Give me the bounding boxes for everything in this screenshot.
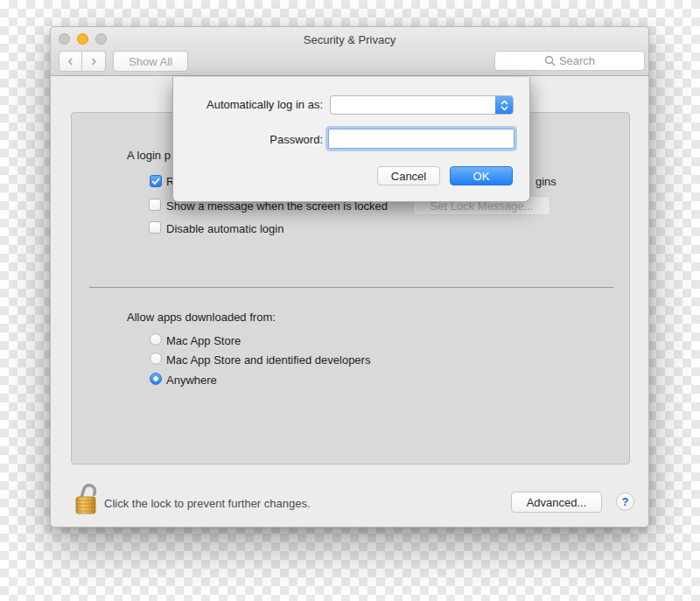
back-button[interactable]: ‹ <box>59 51 82 72</box>
check-icon <box>151 178 160 185</box>
search-input[interactable]: Search <box>494 51 645 71</box>
section-divider <box>89 287 613 288</box>
lock-button[interactable] <box>74 477 101 519</box>
require-password-label-end-fragment: gins <box>536 175 556 189</box>
radio-identified-developers[interactable] <box>150 353 162 365</box>
window-toolbar: Security & Privacy ‹ › Show All Search <box>51 27 648 76</box>
window-title: Security & Privacy <box>51 33 648 46</box>
auto-login-selected-value <box>331 98 336 111</box>
radio-anywhere[interactable] <box>150 373 162 385</box>
radio-identified-developers-label: Mac App Store and identified developers <box>166 353 370 367</box>
search-icon <box>544 55 556 66</box>
chevron-right-icon: › <box>91 52 96 68</box>
disable-auto-login-checkbox[interactable] <box>149 221 161 234</box>
auto-login-select[interactable] <box>330 95 514 115</box>
radio-mac-app-store-label: Mac App Store <box>166 334 241 348</box>
require-password-checkbox[interactable] <box>150 175 162 187</box>
cancel-button[interactable]: Cancel <box>377 166 440 185</box>
login-password-intro-text: A login p <box>127 149 171 163</box>
password-field[interactable] <box>328 129 514 149</box>
radio-anywhere-label: Anywhere <box>166 374 217 388</box>
security-privacy-window: Security & Privacy ‹ › Show All Search A… <box>50 26 649 528</box>
help-button[interactable]: ? <box>616 493 634 511</box>
password-label: Password: <box>173 133 323 146</box>
disable-auto-login-label: Disable automatic login <box>166 222 284 236</box>
auto-login-sheet: Automatically log in as: Password: Cance… <box>172 77 530 202</box>
open-lock-icon <box>74 477 101 515</box>
chevron-left-icon: ‹ <box>68 52 74 68</box>
auto-login-label: Automatically log in as: <box>173 98 323 111</box>
ok-button[interactable]: OK <box>450 166 513 185</box>
forward-button[interactable]: › <box>82 51 106 72</box>
allow-apps-heading: Allow apps downloaded from: <box>127 311 276 325</box>
nav-buttons: ‹ › <box>59 51 106 72</box>
advanced-button[interactable]: Advanced... <box>511 492 602 513</box>
lock-hint-text: Click the lock to prevent further change… <box>104 497 311 510</box>
search-placeholder: Search <box>559 54 595 67</box>
show-message-checkbox[interactable] <box>149 199 161 211</box>
radio-mac-app-store[interactable] <box>150 333 162 346</box>
popup-stepper-icon <box>495 96 513 114</box>
show-all-button[interactable]: Show All <box>113 51 188 72</box>
